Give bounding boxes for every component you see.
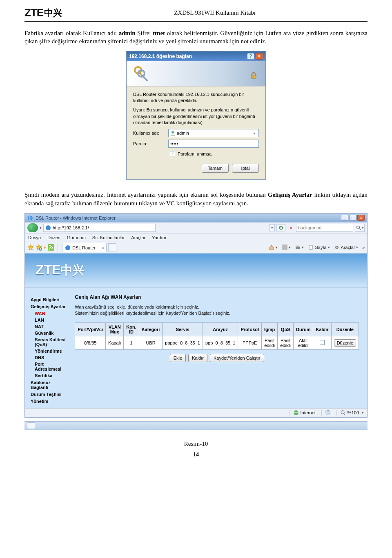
close-icon[interactable]: ×: [357, 215, 365, 221]
document-title: ZXDSL 931WII Kullanım Kitabı: [62, 9, 368, 16]
menu-favorites[interactable]: Sık Kullanılanlar: [92, 235, 125, 240]
status-zoom[interactable]: %100▾: [336, 410, 364, 416]
tab-bar: ▾ DSL Router × ▾ ▾ ▾: [25, 242, 367, 253]
search-input[interactable]: background: [296, 224, 353, 232]
feeds-icon[interactable]: [48, 244, 54, 251]
cell-vlan: Kapalı: [106, 336, 124, 349]
password-input[interactable]: •••••: [168, 140, 259, 148]
th-kategori: Kategori: [139, 322, 163, 336]
refresh-button[interactable]: [276, 224, 285, 231]
sidebar-item-port[interactable]: Port Adreslemesi: [35, 362, 69, 371]
cell-remove-checkbox[interactable]: [313, 336, 331, 349]
content-desc: Wan arayüzünü seç, ekle, düzenle yada ka…: [75, 304, 359, 317]
home-icon: [269, 245, 274, 250]
th-arayuz: Arayüz: [203, 322, 238, 336]
cancel-button[interactable]: İptal: [232, 164, 259, 173]
cell-arayuz: ppp_0_8_35_1: [203, 336, 238, 349]
sidebar-item-wan[interactable]: WAN: [35, 311, 69, 316]
print-button[interactable]: ▾: [295, 245, 304, 250]
dialog-banner: [127, 61, 265, 87]
cell-qos: Pasif edildi: [278, 336, 294, 349]
new-tab-button[interactable]: [108, 243, 116, 251]
chevrons-icon[interactable]: »: [362, 245, 365, 250]
svg-rect-11: [48, 244, 54, 251]
sidebar-item-wireless[interactable]: Kablosuz Bağlantı: [31, 380, 69, 390]
th-konid: Kon. ID: [124, 322, 139, 336]
zte-logo-cn: 中兴: [44, 7, 62, 19]
svg-point-21: [341, 411, 344, 414]
sidebar-item-nat[interactable]: NAT: [35, 324, 69, 329]
content-title: Geniş Alan Ağı WAN Ayarları: [75, 294, 359, 300]
ok-button[interactable]: Tamam: [202, 164, 229, 173]
menu-help[interactable]: Yardım: [152, 235, 166, 240]
favorites-star-icon[interactable]: [27, 244, 34, 251]
remove-button[interactable]: Kaldır: [188, 354, 207, 362]
tools-menu[interactable]: Araçlar▾: [334, 245, 359, 250]
sidebar-item-diagnostics[interactable]: Durum Teşhisi: [31, 392, 69, 397]
menu-edit[interactable]: Düzen: [47, 235, 60, 240]
tab-close-icon[interactable]: ×: [102, 245, 104, 250]
content-area: Geniş Alan Ağı WAN Ayarları Wan arayüzün…: [71, 288, 367, 408]
sidebar-item-lan[interactable]: LAN: [35, 318, 69, 322]
search-button[interactable]: ▾: [355, 224, 365, 232]
document-header: ZTE 中兴 ZXDSL 931WII Kullanım Kitabı: [24, 7, 368, 22]
svg-line-9: [359, 229, 361, 230]
address-bar[interactable]: http://192.168.2.1/: [43, 224, 156, 232]
sidebar-item-management[interactable]: Yönetim: [31, 399, 69, 404]
sidebar-item-security[interactable]: Güvenlik: [35, 331, 69, 336]
menu-view[interactable]: Görünüm: [67, 235, 86, 240]
cell-protokol: PPPoE: [238, 336, 262, 349]
home-button[interactable]: ▾: [269, 245, 278, 250]
search-icon: [356, 225, 361, 230]
sidebar-item-routing[interactable]: Yönlendirme: [35, 349, 69, 353]
svg-rect-15: [296, 247, 300, 249]
sidebar-item-device-info[interactable]: Aygıt Bilgileri: [31, 297, 69, 302]
sidebar-item-qos[interactable]: Servis Kalitesi (QoS): [35, 337, 69, 347]
status-protected: [321, 410, 331, 416]
add-favorites-icon[interactable]: [36, 244, 42, 251]
ttnet-bold: ttnet: [153, 30, 165, 36]
page-menu[interactable]: Sayfa▾: [308, 245, 330, 250]
add-button[interactable]: Ekle: [170, 354, 186, 362]
help-icon[interactable]: ?: [247, 53, 254, 60]
sidebar-item-advanced[interactable]: Gelişmiş Ayarlar: [31, 304, 69, 309]
svg-point-7: [46, 225, 51, 230]
cell-edit[interactable]: Düzenle: [331, 336, 359, 349]
taskbar: [24, 421, 368, 430]
page-number: 14: [24, 451, 368, 458]
cell-servis: pppoe_0_8_35_1: [163, 336, 203, 349]
address-dropdown[interactable]: ▾: [269, 224, 275, 231]
username-input[interactable]: admin ▾: [168, 129, 259, 137]
username-label: Kullanıcı adı:: [133, 131, 168, 136]
zte-logo: ZTE: [24, 7, 43, 19]
sidebar-item-cert[interactable]: Sertifika: [35, 373, 69, 378]
taskbar-item[interactable]: [27, 422, 35, 429]
menu-file[interactable]: Dosya: [28, 235, 41, 240]
minimize-icon[interactable]: _: [341, 215, 348, 221]
back-history-dropdown[interactable]: ▾: [40, 226, 42, 230]
svg-rect-3: [142, 75, 148, 82]
stop-button[interactable]: ✕: [287, 224, 294, 231]
chevron-down-icon[interactable]: ▾: [251, 131, 257, 136]
close-icon[interactable]: ×: [256, 53, 263, 60]
maximize-icon[interactable]: □: [349, 215, 356, 221]
favorites-dropdown[interactable]: ▾: [44, 245, 46, 250]
feeds-button[interactable]: ▾: [282, 245, 291, 250]
save-restart-button[interactable]: Kaydet/Yeniden Çalıştır: [210, 354, 264, 362]
th-port: Port/Vpi/Vci: [75, 322, 106, 336]
status-bar: Internet %100▾: [25, 408, 367, 417]
browser-window: DSL Router - Windows Internet Explorer _…: [24, 213, 368, 418]
menu-tools[interactable]: Araçlar: [131, 235, 145, 240]
tab-page-icon: [65, 245, 71, 251]
svg-point-19: [336, 247, 337, 248]
cell-konid: 1: [124, 336, 139, 349]
menu-bar: Dosya Düzen Görünüm Sık Kullanılanlar Ar…: [25, 234, 367, 242]
remember-checkbox[interactable]: ✓: [170, 151, 175, 156]
edit-button[interactable]: Düzenle: [334, 339, 356, 347]
back-button[interactable]: ←: [27, 223, 38, 232]
tab-dsl-router[interactable]: DSL Router ×: [62, 243, 107, 252]
sidebar-item-dns[interactable]: DNS: [35, 355, 69, 360]
browser-titlebar: DSL Router - Windows Internet Explorer _…: [25, 213, 367, 222]
shield-icon: [325, 410, 331, 416]
table-row: 0/8/35 Kapalı 1 UBR pppoe_0_8_35_1 ppp_0…: [75, 336, 359, 349]
